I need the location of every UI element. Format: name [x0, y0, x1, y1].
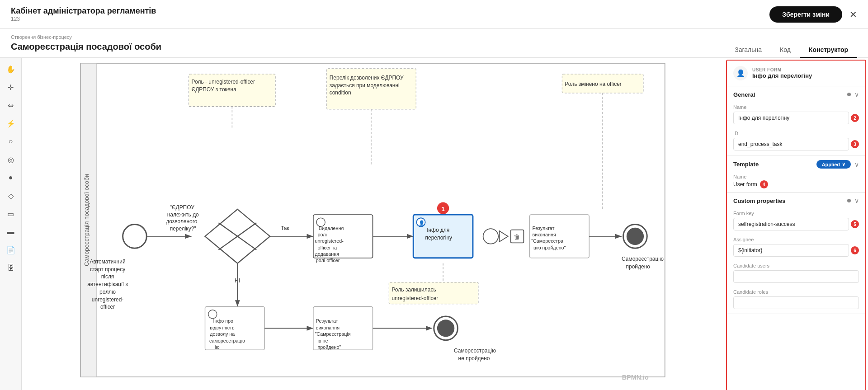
- svg-text:ролі: ролі: [317, 232, 326, 237]
- svg-text:"Самреєстрація: "Самреєстрація: [315, 331, 350, 337]
- header-right: Зберегти зміни ✕: [769, 6, 857, 23]
- tool-rect-thin[interactable]: ▭: [3, 206, 19, 221]
- tab-general[interactable]: Загальна: [726, 42, 771, 58]
- tool-rect[interactable]: ▬: [3, 224, 19, 240]
- svg-text:виконання: виконання: [316, 325, 340, 330]
- general-section: General ∨ Name 2 ID 3: [727, 86, 865, 155]
- name-input[interactable]: [733, 112, 849, 124]
- svg-text:BPMN.io: BPMN.io: [622, 374, 649, 381]
- tool-diamond[interactable]: ◇: [3, 188, 19, 203]
- form-key-badge: 5: [851, 220, 859, 228]
- svg-text:🗑: 🗑: [514, 233, 520, 240]
- custom-props-section-header[interactable]: Custom properties ∨: [727, 193, 865, 209]
- svg-text:condition: condition: [330, 89, 351, 96]
- id-badge: 3: [851, 140, 859, 148]
- tab-constructor[interactable]: Конструктор: [800, 42, 857, 58]
- save-button[interactable]: Зберегти зміни: [769, 6, 842, 23]
- svg-text:автентифікації з: автентифікації з: [87, 281, 128, 287]
- candidate-roles-field: Candidate roles: [727, 287, 865, 314]
- custom-dot-indicator: [847, 199, 851, 202]
- bpmn-diagram: Самореєстрація посадової особи Роль - un…: [22, 58, 724, 390]
- svg-text:officer та: officer та: [317, 245, 337, 250]
- svg-text:пройдено": пройдено": [317, 344, 341, 350]
- svg-text:unregistered-officer: unregistered-officer: [392, 295, 438, 301]
- tool-cross[interactable]: ✛: [3, 80, 19, 95]
- header-left: Кабінет адміністратора регламентів 123: [11, 6, 156, 22]
- svg-text:Самореєстрацію: Самореєстрацію: [622, 256, 664, 262]
- subheader-left: Створення бізнес-процесу Самореєстрація …: [11, 34, 161, 57]
- svg-text:переліку?": переліку?": [170, 226, 196, 232]
- svg-text:цію пройдено": цію пройдено": [533, 245, 566, 250]
- svg-text:ію: ію: [215, 344, 219, 350]
- svg-text:ролі officer: ролі officer: [316, 258, 340, 263]
- svg-text:старт процесу: старт процесу: [90, 266, 125, 273]
- form-key-field: Form key 5: [727, 209, 865, 235]
- custom-props-controls: ∨: [847, 197, 859, 204]
- assignee-input[interactable]: [733, 244, 849, 257]
- candidate-roles-label: Candidate roles: [733, 289, 859, 295]
- applied-badge[interactable]: Applied ∨: [816, 160, 851, 169]
- svg-text:unregistered-: unregistered-: [315, 238, 344, 244]
- template-section-header[interactable]: Template Applied ∨ ∨: [727, 155, 865, 173]
- tool-lightning[interactable]: ⚡: [3, 116, 19, 131]
- id-field-label: ID: [733, 131, 859, 136]
- svg-text:Результат: Результат: [533, 226, 555, 231]
- panel-header: 👤 USER FORM Інфо для перелогіну: [727, 61, 865, 86]
- svg-text:officer: officer: [100, 304, 115, 310]
- candidate-users-field: Candidate users: [727, 261, 865, 287]
- name-input-row: 2: [733, 112, 859, 124]
- svg-text:Результат: Результат: [316, 318, 338, 324]
- svg-text:👤: 👤: [419, 220, 425, 226]
- name-badge: 2: [851, 114, 859, 122]
- svg-text:"Самореєстра: "Самореєстра: [531, 238, 563, 244]
- general-section-header[interactable]: General ∨: [727, 86, 865, 103]
- tool-arrows[interactable]: ⇔: [3, 98, 19, 113]
- candidate-users-input[interactable]: [733, 270, 859, 283]
- subheader-tabs: Загальна Код Конструктор: [726, 42, 857, 57]
- candidate-roles-input[interactable]: [733, 296, 859, 309]
- panel-type: USER FORM: [752, 67, 812, 72]
- custom-chevron-icon: ∨: [854, 197, 859, 204]
- svg-text:роллю: роллю: [99, 289, 116, 295]
- tool-circle-filled[interactable]: ●: [3, 170, 19, 185]
- app-sub: 123: [11, 16, 156, 22]
- breadcrumb: Створення бізнес-процесу: [11, 34, 161, 40]
- svg-text:Роль - unregistered-officer: Роль - unregistered-officer: [192, 79, 255, 85]
- svg-text:Так: Так: [281, 225, 289, 231]
- dot-indicator: [847, 93, 851, 96]
- applied-label: Applied: [822, 162, 840, 167]
- form-key-input[interactable]: [733, 218, 849, 230]
- close-icon[interactable]: ✕: [849, 9, 857, 20]
- tool-db[interactable]: 🗄: [3, 260, 19, 276]
- svg-point-46: [483, 229, 499, 244]
- badge-chevron-icon: ∨: [842, 161, 845, 167]
- svg-text:дозволеного: дозволеного: [166, 218, 198, 225]
- id-field: ID 3: [727, 129, 865, 155]
- tool-doc[interactable]: 📄: [3, 242, 19, 258]
- svg-text:задається при моделюванні: задається при моделюванні: [330, 82, 400, 89]
- svg-text:перелогіну: перелогіну: [425, 235, 452, 241]
- svg-text:відсутність: відсутність: [210, 325, 235, 330]
- assignee-field: Assignee 6: [727, 235, 865, 261]
- template-section: Template Applied ∨ ∨ Name User form 4: [727, 155, 865, 193]
- svg-text:Інфо про: Інфо про: [213, 318, 233, 324]
- svg-point-57: [627, 228, 644, 245]
- tool-hand[interactable]: ✋: [3, 61, 19, 77]
- svg-text:Роль залишилась: Роль залишилась: [392, 287, 436, 293]
- svg-text:Інфо для: Інфо для: [427, 227, 449, 233]
- tool-circle-ring[interactable]: ◎: [3, 152, 19, 167]
- panel-header-icon: 👤: [733, 66, 748, 80]
- canvas-area[interactable]: Самореєстрація посадової особи Роль - un…: [22, 58, 724, 390]
- right-panel: 👤 USER FORM Інфо для перелогіну General …: [726, 60, 866, 390]
- tab-code[interactable]: Код: [771, 42, 800, 58]
- id-input[interactable]: [733, 138, 849, 150]
- tool-circle-empty[interactable]: ○: [3, 134, 19, 149]
- svg-text:ЄДРПОУ з токена: ЄДРПОУ з токена: [192, 86, 237, 93]
- svg-text:Видалення: Видалення: [319, 226, 344, 231]
- template-chevron-icon: ∨: [854, 161, 859, 168]
- custom-props-section: Custom properties ∨ Form key 5 Assignee: [727, 193, 865, 314]
- svg-text:дозволу на: дозволу на: [210, 331, 235, 337]
- toolbar: ✋ ✛ ⇔ ⚡ ○ ◎ ● ◇ ▭ ▬ 📄 🗄: [0, 58, 22, 390]
- svg-text:unregistered-: unregistered-: [92, 296, 123, 303]
- template-name-row: Name User form 4: [727, 173, 865, 192]
